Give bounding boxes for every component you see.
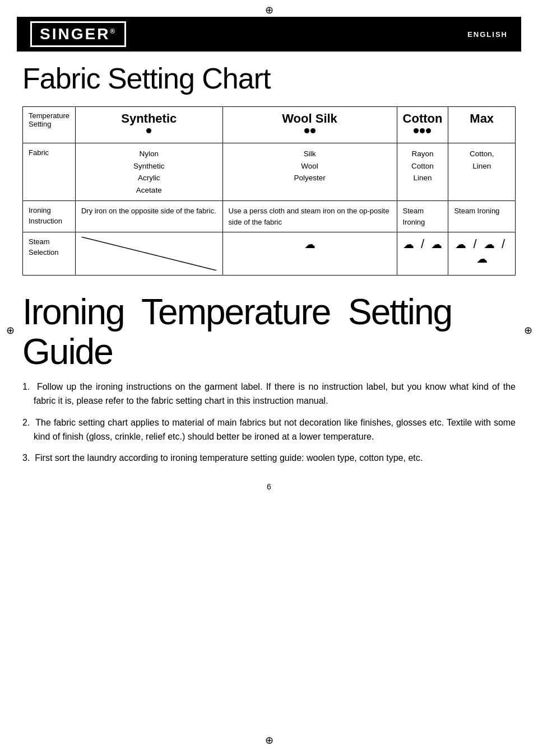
- ironing-cotton: SteamIroning: [397, 201, 448, 232]
- max-label: Max: [454, 111, 509, 126]
- steam-cotton: ☁ / ☁: [397, 232, 448, 276]
- fabric-max: Cotton,Linen: [448, 143, 516, 201]
- language-label: ENGLISH: [467, 30, 508, 39]
- synthetic-dots: [81, 126, 217, 138]
- list-item: 1. Follow up the ironing instructions on…: [22, 380, 516, 408]
- ironing-synthetic: Dry iron on the opposite side of the fab…: [75, 201, 222, 232]
- ironing-wool: Use a perss cloth and steam iron on the …: [222, 201, 397, 232]
- steam-icon-cotton-1: ☁: [403, 237, 414, 251]
- list-number: 1.: [22, 382, 34, 391]
- crosshair-right: ⊕: [522, 325, 534, 336]
- fabric-cotton: RayonCottonLinen: [397, 143, 448, 201]
- ironing-max: Steam Ironing: [448, 201, 516, 232]
- table-row-steam: SteamSelection ☁ ☁ / ☁ ☁ /: [23, 232, 516, 276]
- svg-line-0: [81, 237, 217, 270]
- synthetic-label: Synthetic: [81, 111, 217, 126]
- crosshair-left: ⊕: [4, 325, 16, 336]
- list-text: First sort the laundry according to iron…: [35, 453, 423, 463]
- crosshair-bottom: ⊕: [263, 735, 275, 746]
- steam-icon-max-3: ☁: [476, 252, 488, 265]
- page-number: 6: [22, 482, 516, 502]
- table-row-fabric: Fabric NylonSyntheticAcrylicAcetate Silk…: [23, 143, 516, 201]
- guide-title: Ironing Temperature SettingGuide: [22, 292, 516, 371]
- fabric-setting-table: TemperatureSetting Synthetic Wool Silk C…: [22, 106, 516, 276]
- list-number: 2.: [22, 418, 33, 427]
- page-title: Fabric Setting Chart: [22, 62, 516, 95]
- fabric-wool: SilkWoolPolyester: [222, 143, 397, 201]
- temp-label: TemperatureSetting: [29, 111, 69, 128]
- main-content: Fabric Setting Chart TemperatureSetting …: [17, 62, 521, 502]
- fabric-row-label: Fabric: [23, 143, 76, 201]
- steam-icon-max-1: ☁: [455, 237, 466, 251]
- col-header-wool: Wool Silk: [222, 107, 397, 143]
- list-number: 3.: [22, 453, 33, 463]
- list-item: 3. First sort the laundry according to i…: [22, 451, 516, 465]
- steam-max: ☁ / ☁ / ☁: [448, 232, 516, 276]
- col-header-temp: TemperatureSetting: [23, 107, 76, 143]
- steam-diag-svg: [81, 237, 217, 270]
- cotton-label: Cotton: [403, 111, 443, 126]
- list-text: Follow up the ironing instructions on th…: [34, 382, 516, 405]
- table-row-ironing: IroningInstruction Dry iron on the oppos…: [23, 201, 516, 232]
- steam-icon-cotton-2: ☁: [431, 237, 442, 251]
- steam-icon-wool: ☁: [304, 237, 316, 251]
- fabric-synthetic: NylonSyntheticAcrylicAcetate: [75, 143, 222, 201]
- col-header-max: Max: [448, 107, 516, 143]
- logo-text: SINGER: [40, 25, 110, 43]
- guide-section: Ironing Temperature SettingGuide 1. Foll…: [22, 292, 516, 465]
- singer-logo: SINGER®: [30, 21, 126, 47]
- list-text: The fabric setting chart applies to mate…: [34, 418, 516, 441]
- guide-list: 1. Follow up the ironing instructions on…: [22, 380, 516, 465]
- list-item: 2. The fabric setting chart applies to m…: [22, 416, 516, 444]
- wool-label: Wool Silk: [229, 111, 391, 126]
- logo-reg: ®: [110, 27, 117, 35]
- steam-icon-max-2: ☁: [484, 237, 495, 251]
- col-header-synthetic: Synthetic: [75, 107, 222, 143]
- cotton-dots: [403, 126, 443, 138]
- crosshair-top: ⊕: [263, 4, 275, 16]
- wool-dots: [229, 126, 391, 138]
- col-header-cotton: Cotton: [397, 107, 448, 143]
- header-bar: SINGER® ENGLISH: [17, 17, 521, 52]
- ironing-row-label: IroningInstruction: [23, 201, 76, 232]
- steam-synthetic: [75, 232, 222, 276]
- steam-wool: ☁: [222, 232, 397, 276]
- steam-row-label: SteamSelection: [23, 232, 76, 276]
